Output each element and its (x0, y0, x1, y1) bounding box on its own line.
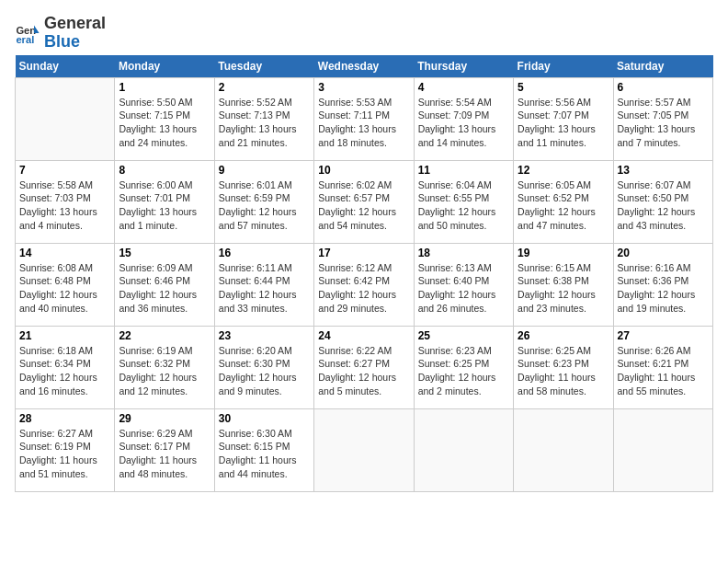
calendar-header-row: SundayMondayTuesdayWednesdayThursdayFrid… (16, 55, 713, 78)
calendar-cell: 23Sunrise: 6:20 AM Sunset: 6:30 PM Dayli… (214, 326, 313, 408)
calendar-cell: 30Sunrise: 6:30 AM Sunset: 6:15 PM Dayli… (214, 408, 313, 491)
day-number: 7 (19, 164, 110, 177)
day-number: 3 (318, 81, 409, 94)
cell-content: Sunrise: 6:20 AM Sunset: 6:30 PM Dayligh… (219, 344, 310, 398)
day-number: 1 (119, 81, 210, 94)
svg-marker-2 (34, 25, 40, 32)
day-number: 30 (219, 412, 310, 425)
day-number: 24 (318, 329, 409, 342)
calendar-cell (613, 408, 712, 491)
day-number: 28 (19, 412, 110, 425)
cell-content: Sunrise: 6:19 AM Sunset: 6:32 PM Dayligh… (119, 344, 210, 398)
cell-content: Sunrise: 6:16 AM Sunset: 6:36 PM Dayligh… (618, 261, 709, 316)
day-number: 25 (418, 329, 509, 342)
day-number: 13 (618, 164, 709, 177)
calendar-cell: 21Sunrise: 6:18 AM Sunset: 6:34 PM Dayli… (16, 326, 115, 408)
day-number: 26 (518, 329, 609, 342)
cell-content: Sunrise: 5:57 AM Sunset: 7:05 PM Dayligh… (618, 96, 709, 150)
day-number: 21 (19, 329, 110, 342)
calendar-cell: 17Sunrise: 6:12 AM Sunset: 6:42 PM Dayli… (314, 243, 414, 326)
calendar-cell: 13Sunrise: 6:07 AM Sunset: 6:50 PM Dayli… (613, 160, 712, 243)
calendar-cell: 14Sunrise: 6:08 AM Sunset: 6:48 PM Dayli… (16, 243, 115, 326)
calendar-body: 1Sunrise: 5:50 AM Sunset: 7:15 PM Daylig… (16, 77, 713, 491)
cell-content: Sunrise: 6:04 AM Sunset: 6:55 PM Dayligh… (418, 178, 509, 233)
cell-content: Sunrise: 6:18 AM Sunset: 6:34 PM Dayligh… (19, 344, 110, 398)
day-header-thursday: Thursday (414, 55, 513, 78)
cell-content: Sunrise: 5:58 AM Sunset: 7:03 PM Dayligh… (19, 178, 110, 233)
calendar-table: SundayMondayTuesdayWednesdayThursdayFrid… (15, 55, 713, 492)
week-row-4: 21Sunrise: 6:18 AM Sunset: 6:34 PM Dayli… (16, 326, 713, 408)
calendar-cell: 10Sunrise: 6:02 AM Sunset: 6:57 PM Dayli… (314, 160, 414, 243)
calendar-cell: 25Sunrise: 6:23 AM Sunset: 6:25 PM Dayli… (414, 326, 513, 408)
day-number: 20 (618, 247, 709, 259)
calendar-cell (16, 77, 115, 160)
day-number: 23 (219, 329, 310, 342)
day-number: 10 (318, 164, 409, 177)
day-number: 27 (618, 329, 709, 342)
cell-content: Sunrise: 5:56 AM Sunset: 7:07 PM Dayligh… (518, 96, 609, 150)
calendar-cell: 16Sunrise: 6:11 AM Sunset: 6:44 PM Dayli… (214, 243, 313, 326)
calendar-cell: 22Sunrise: 6:19 AM Sunset: 6:32 PM Dayli… (115, 326, 214, 408)
page-header: Gen eral General Blue (15, 15, 713, 52)
calendar-cell: 11Sunrise: 6:04 AM Sunset: 6:55 PM Dayli… (414, 160, 513, 243)
day-number: 29 (119, 412, 210, 425)
calendar-cell (414, 408, 513, 491)
day-header-saturday: Saturday (613, 55, 712, 78)
cell-content: Sunrise: 6:26 AM Sunset: 6:21 PM Dayligh… (618, 344, 709, 398)
cell-content: Sunrise: 5:54 AM Sunset: 7:09 PM Dayligh… (418, 96, 509, 150)
day-number: 6 (618, 81, 709, 94)
day-number: 2 (219, 81, 310, 94)
calendar-cell: 9Sunrise: 6:01 AM Sunset: 6:59 PM Daylig… (214, 160, 313, 243)
day-number: 4 (418, 81, 509, 94)
day-header-friday: Friday (514, 55, 613, 78)
day-header-wednesday: Wednesday (314, 55, 414, 78)
calendar-cell: 27Sunrise: 6:26 AM Sunset: 6:21 PM Dayli… (613, 326, 712, 408)
cell-content: Sunrise: 6:08 AM Sunset: 6:48 PM Dayligh… (19, 261, 110, 316)
calendar-cell: 1Sunrise: 5:50 AM Sunset: 7:15 PM Daylig… (115, 77, 214, 160)
cell-content: Sunrise: 6:09 AM Sunset: 6:46 PM Dayligh… (119, 261, 210, 316)
day-number: 5 (518, 81, 609, 94)
calendar-cell: 12Sunrise: 6:05 AM Sunset: 6:52 PM Dayli… (514, 160, 613, 243)
calendar-cell: 7Sunrise: 5:58 AM Sunset: 7:03 PM Daylig… (16, 160, 115, 243)
calendar-cell: 29Sunrise: 6:29 AM Sunset: 6:17 PM Dayli… (115, 408, 214, 491)
logo-icon: Gen eral (15, 20, 40, 46)
calendar-cell: 20Sunrise: 6:16 AM Sunset: 6:36 PM Dayli… (613, 243, 712, 326)
cell-content: Sunrise: 5:50 AM Sunset: 7:15 PM Dayligh… (119, 96, 210, 150)
calendar-cell: 28Sunrise: 6:27 AM Sunset: 6:19 PM Dayli… (16, 408, 115, 491)
calendar-cell: 2Sunrise: 5:52 AM Sunset: 7:13 PM Daylig… (214, 77, 313, 160)
calendar-cell: 6Sunrise: 5:57 AM Sunset: 7:05 PM Daylig… (613, 77, 712, 160)
week-row-2: 7Sunrise: 5:58 AM Sunset: 7:03 PM Daylig… (16, 160, 713, 243)
cell-content: Sunrise: 5:53 AM Sunset: 7:11 PM Dayligh… (318, 96, 409, 150)
day-number: 16 (219, 247, 310, 259)
cell-content: Sunrise: 6:15 AM Sunset: 6:38 PM Dayligh… (518, 261, 609, 316)
calendar-cell: 24Sunrise: 6:22 AM Sunset: 6:27 PM Dayli… (314, 326, 414, 408)
cell-content: Sunrise: 6:01 AM Sunset: 6:59 PM Dayligh… (219, 178, 310, 233)
calendar-cell: 18Sunrise: 6:13 AM Sunset: 6:40 PM Dayli… (414, 243, 513, 326)
cell-content: Sunrise: 6:29 AM Sunset: 6:17 PM Dayligh… (119, 427, 210, 481)
day-header-sunday: Sunday (16, 55, 115, 78)
calendar-cell: 5Sunrise: 5:56 AM Sunset: 7:07 PM Daylig… (514, 77, 613, 160)
week-row-1: 1Sunrise: 5:50 AM Sunset: 7:15 PM Daylig… (16, 77, 713, 160)
calendar-cell: 3Sunrise: 5:53 AM Sunset: 7:11 PM Daylig… (314, 77, 414, 160)
cell-content: Sunrise: 6:30 AM Sunset: 6:15 PM Dayligh… (219, 427, 310, 481)
day-number: 17 (318, 247, 409, 259)
cell-content: Sunrise: 6:11 AM Sunset: 6:44 PM Dayligh… (219, 261, 310, 316)
calendar-cell: 8Sunrise: 6:00 AM Sunset: 7:01 PM Daylig… (115, 160, 214, 243)
week-row-5: 28Sunrise: 6:27 AM Sunset: 6:19 PM Dayli… (16, 408, 713, 491)
cell-content: Sunrise: 6:13 AM Sunset: 6:40 PM Dayligh… (418, 261, 509, 316)
calendar-cell: 26Sunrise: 6:25 AM Sunset: 6:23 PM Dayli… (514, 326, 613, 408)
day-number: 8 (119, 164, 210, 177)
cell-content: Sunrise: 6:27 AM Sunset: 6:19 PM Dayligh… (19, 427, 110, 481)
cell-content: Sunrise: 6:12 AM Sunset: 6:42 PM Dayligh… (318, 261, 409, 316)
day-number: 22 (119, 329, 210, 342)
cell-content: Sunrise: 6:05 AM Sunset: 6:52 PM Dayligh… (518, 178, 609, 233)
day-number: 11 (418, 164, 509, 177)
cell-content: Sunrise: 6:22 AM Sunset: 6:27 PM Dayligh… (318, 344, 409, 398)
day-number: 9 (219, 164, 310, 177)
cell-content: Sunrise: 6:23 AM Sunset: 6:25 PM Dayligh… (418, 344, 509, 398)
day-header-monday: Monday (115, 55, 214, 78)
calendar-cell (514, 408, 613, 491)
day-number: 19 (518, 247, 609, 259)
cell-content: Sunrise: 6:07 AM Sunset: 6:50 PM Dayligh… (618, 178, 709, 233)
logo: Gen eral General Blue (15, 15, 106, 52)
